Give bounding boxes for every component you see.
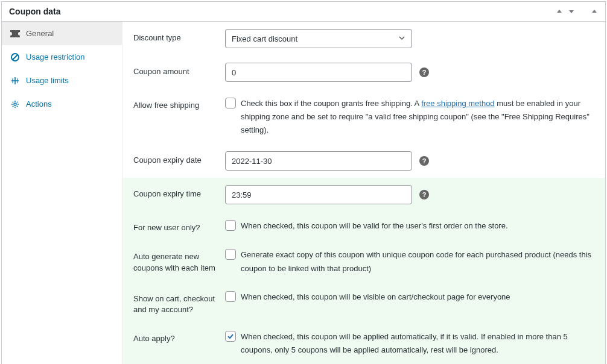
panel-header: Coupon data — [2, 2, 605, 22]
panel-header-controls — [556, 8, 598, 15]
sidebar-item-usage-restriction[interactable]: Usage restriction — [2, 45, 122, 69]
chevron-down-icon — [398, 34, 405, 43]
label-coupon-amount: Coupon amount — [133, 63, 225, 77]
row-coupon-amount: Coupon amount ? — [122, 55, 605, 89]
discount-type-select[interactable]: Fixed cart discount — [225, 29, 412, 48]
row-expiry-date: Coupon expiry date ? — [122, 144, 605, 178]
row-auto-apply: Auto apply? When checked, this coupon wi… — [122, 322, 605, 364]
coupon-data-panel: Coupon data General — [1, 1, 606, 364]
discount-type-value: Fixed cart discount — [232, 34, 297, 43]
panel-body: General Usage restriction Usage limits A… — [2, 22, 605, 364]
auto-generate-checkbox[interactable] — [225, 249, 236, 260]
label-auto-apply: Auto apply? — [133, 330, 225, 344]
help-icon[interactable]: ? — [419, 67, 429, 77]
row-free-shipping: Allow free shipping Check this box if th… — [122, 89, 605, 144]
row-show-cart: Show on cart, checkout and my account? W… — [122, 283, 605, 322]
expiry-date-input[interactable] — [225, 151, 412, 171]
sidebar-item-actions[interactable]: Actions — [2, 92, 122, 116]
help-icon[interactable]: ? — [419, 156, 429, 166]
sidebar-item-label: Actions — [26, 99, 52, 108]
free-shipping-desc: Check this box if the coupon grants free… — [241, 96, 594, 137]
show-cart-desc: When checked, this coupon will be visibl… — [241, 290, 510, 304]
label-show-cart: Show on cart, checkout and my account? — [133, 290, 225, 315]
row-expiry-time: Coupon expiry time ? — [122, 178, 605, 212]
auto-apply-desc: When checked, this coupon will be applie… — [241, 330, 585, 357]
limits-icon — [10, 77, 20, 85]
extended-options-block: Coupon expiry time ? For new user only? … — [122, 178, 605, 364]
label-expiry-time: Coupon expiry time — [133, 185, 225, 199]
auto-generate-desc: Generate exact copy of this coupon with … — [241, 248, 594, 275]
sidebar-item-usage-limits[interactable]: Usage limits — [2, 69, 122, 92]
svg-point-6 — [14, 103, 16, 105]
auto-apply-checkbox[interactable] — [225, 331, 236, 342]
sidebar: General Usage restriction Usage limits A… — [2, 22, 122, 364]
gear-icon — [10, 100, 20, 108]
new-user-checkbox[interactable] — [225, 220, 236, 231]
row-new-user: For new user only? When checked, this co… — [122, 212, 605, 240]
label-new-user: For new user only? — [133, 219, 225, 233]
sidebar-item-label: Usage restriction — [26, 52, 85, 61]
label-free-shipping: Allow free shipping — [133, 96, 225, 111]
label-auto-generate: Auto generate new coupons with each item — [133, 248, 225, 273]
move-down-icon[interactable] — [568, 8, 575, 15]
sidebar-item-label: General — [26, 29, 54, 38]
ban-icon — [10, 53, 20, 61]
label-discount-type: Discount type — [133, 29, 225, 43]
svg-line-1 — [13, 55, 17, 60]
free-shipping-link[interactable]: free shipping method — [421, 99, 494, 108]
collapse-toggle-icon[interactable] — [591, 8, 598, 15]
sidebar-item-general[interactable]: General — [2, 22, 122, 45]
show-cart-checkbox[interactable] — [225, 291, 236, 302]
coupon-amount-input[interactable] — [225, 63, 412, 82]
new-user-desc: When checked, this coupon will be valid … — [241, 219, 508, 233]
sidebar-item-label: Usage limits — [26, 76, 69, 85]
help-icon[interactable]: ? — [419, 190, 429, 199]
ticket-icon — [10, 30, 20, 37]
move-up-icon[interactable] — [556, 8, 563, 15]
label-expiry-date: Coupon expiry date — [133, 151, 225, 166]
row-auto-generate: Auto generate new coupons with each item… — [122, 240, 605, 282]
content: Discount type Fixed cart discount Coupon… — [122, 22, 605, 364]
free-shipping-checkbox[interactable] — [225, 98, 236, 108]
expiry-time-input[interactable] — [225, 185, 412, 204]
panel-title: Coupon data — [9, 7, 61, 16]
row-discount-type: Discount type Fixed cart discount — [122, 22, 605, 55]
